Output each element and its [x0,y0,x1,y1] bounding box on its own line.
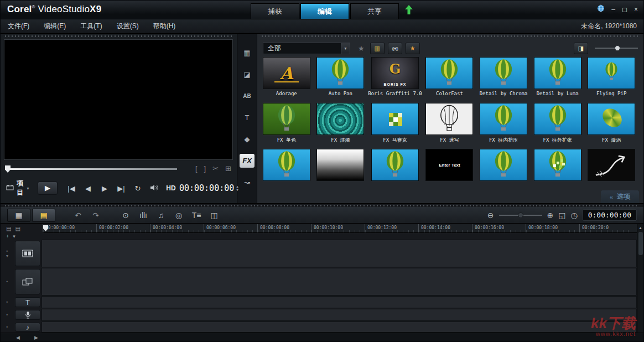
nav-graphics[interactable]: ◆ [240,132,255,146]
effect-item[interactable]: FX 往外扩张 [531,103,584,149]
video-track-button[interactable] [15,241,40,266]
track-manager-icon[interactable]: ▤ [6,226,11,232]
fx-thumbnail[interactable] [480,103,527,135]
effect-item[interactable]: Detail by Luma [531,57,584,103]
nav-titles[interactable]: T [240,111,255,125]
fx-thumbnail[interactable] [480,57,527,89]
tab-capture[interactable]: 捕获 [251,3,299,19]
track-manager-alt-icon[interactable]: ▤ [15,226,20,232]
prev-frame-button[interactable]: ◀ [82,184,94,193]
fx-thumbnail[interactable] [588,57,635,89]
fx-thumbnail[interactable] [316,103,364,135]
voice-track-lane[interactable] [41,309,637,321]
fx-thumbnail[interactable] [263,149,310,181]
mark-out-icon[interactable]: ] [204,164,206,173]
mark-in-icon[interactable]: [ [195,164,198,173]
next-frame-button[interactable]: ▶ [99,184,110,193]
timeline-zoom-slider[interactable] [499,211,542,219]
effect-item[interactable]: AAdorage [260,57,313,103]
effect-item[interactable] [260,149,313,195]
storyboard-view-button[interactable]: ▦ [7,209,30,222]
close-button[interactable]: × [634,6,638,13]
fx-thumbnail[interactable] [316,57,364,89]
timeline-vscrollbar[interactable]: ▲ [637,224,643,333]
fx-thumbnail[interactable] [425,103,473,135]
music-track-button[interactable]: ♪ [15,323,40,331]
fx-thumbnail[interactable] [371,103,419,135]
nav-filters[interactable]: FX [240,154,255,168]
voice-track-button[interactable] [15,310,40,320]
video-filter-button[interactable]: ▥ [370,43,385,54]
scroll-left-button[interactable]: ◀ [16,335,20,340]
nav-motion-paths[interactable]: ↝ [240,175,255,189]
overlay-track-button[interactable] [15,269,40,294]
duration-button[interactable]: ◷ [571,211,578,220]
effect-item[interactable]: Detail by Chroma [477,57,530,103]
effect-item[interactable]: ColorFast [423,57,476,103]
options-button[interactable]: « 选项 [601,190,639,203]
effect-item[interactable]: Auto Pan [314,57,367,103]
multicam-editor-button[interactable]: ◫ [205,209,223,222]
effect-item[interactable]: FX 速写 [423,103,476,149]
effect-item[interactable]: GBORIS FXBoris Graffiti 7.0 [368,57,422,103]
nav-media-library[interactable]: ▦ [240,46,255,60]
fx-thumbnail[interactable] [371,149,419,181]
playback-mode-dropdown[interactable]: 项目 ▼ [6,179,30,198]
scroll-right-button[interactable]: ▶ [34,335,38,340]
collapse-tracks-button[interactable]: ▾ [13,234,15,239]
effect-item[interactable] [477,149,530,195]
effect-item[interactable]: FX 漩涡 [585,103,638,149]
effect-item[interactable] [314,149,367,195]
hd-button[interactable]: HD [165,184,176,192]
gallery-filter-dropdown[interactable]: 全部 ▼ [263,43,350,54]
effect-item[interactable] [531,149,584,195]
motion-tracking-button[interactable]: ◎ [170,209,188,222]
slider-knob[interactable] [518,213,523,218]
scroll-up-icon[interactable]: ▲ [638,226,642,230]
zoom-out-button[interactable]: ⊖ [487,211,494,220]
thumbnail-size-slider[interactable] [595,44,638,52]
fx-thumbnail[interactable]: A [263,57,310,89]
track-options-icon[interactable]: ▪ [1,296,14,308]
go-end-button[interactable]: ▶| [116,184,127,193]
track-options-icon[interactable]: ▪ [1,268,14,296]
grab-frame-icon[interactable]: ⊞ [225,164,231,173]
effect-item[interactable]: FX 单色 [260,103,313,149]
menu-item-2[interactable]: 工具(T) [73,22,109,31]
fx-thumbnail[interactable] [534,103,581,135]
zoom-in-button[interactable]: ⊕ [547,211,554,220]
fit-project-button[interactable]: ◱ [558,211,565,220]
track-options-icon[interactable]: ▪ [1,322,14,333]
nav-transitions[interactable]: AB [240,89,255,103]
volume-icon[interactable] [149,184,160,193]
fx-thumbnail[interactable] [534,57,581,89]
effect-item[interactable] [368,149,422,195]
undo-button[interactable]: ↶ [69,209,87,222]
fx-thumbnail[interactable] [588,149,635,181]
nav-instant-project[interactable]: ◪ [240,68,255,81]
magic-wand-icon[interactable]: ★ [358,44,365,53]
timeline-view-button[interactable]: ▤ [32,209,55,222]
panel-toggle-button[interactable]: ◨ [574,43,588,54]
track-options-icon[interactable]: ▪▾ [1,240,14,267]
repeat-button[interactable]: ↻ [132,184,143,193]
slider-knob[interactable] [615,45,620,51]
fx-thumbnail[interactable] [263,103,310,135]
minimize-button[interactable]: – [611,6,615,13]
add-track-button[interactable]: + [6,234,9,239]
timeline-ruler[interactable]: 00:00:00:0000:00:02:0000:00:04:0000:00:0… [43,224,637,233]
tab-edit[interactable]: 编辑 [300,3,349,19]
record-capture-button[interactable]: ⊙ [117,209,134,222]
menu-item-0[interactable]: 文件(F) [1,22,37,31]
redo-button[interactable]: ↷ [87,209,105,222]
effect-item[interactable]: FX 马赛克 [368,103,422,149]
menu-item-3[interactable]: 设置(S) [110,22,146,31]
timecode-spinner[interactable]: ▲▼ [236,185,238,191]
fx-thumbnail[interactable]: GBORIS FX [371,57,419,89]
sound-mixer-button[interactable]: ıllı [134,209,152,222]
panel-splitter-handle[interactable] [5,205,639,206]
effect-item[interactable]: Flying PiP [585,57,638,103]
title-track-button[interactable]: T [15,297,40,307]
title-track-lane[interactable] [41,296,637,308]
go-start-button[interactable]: |◀ [66,184,77,193]
